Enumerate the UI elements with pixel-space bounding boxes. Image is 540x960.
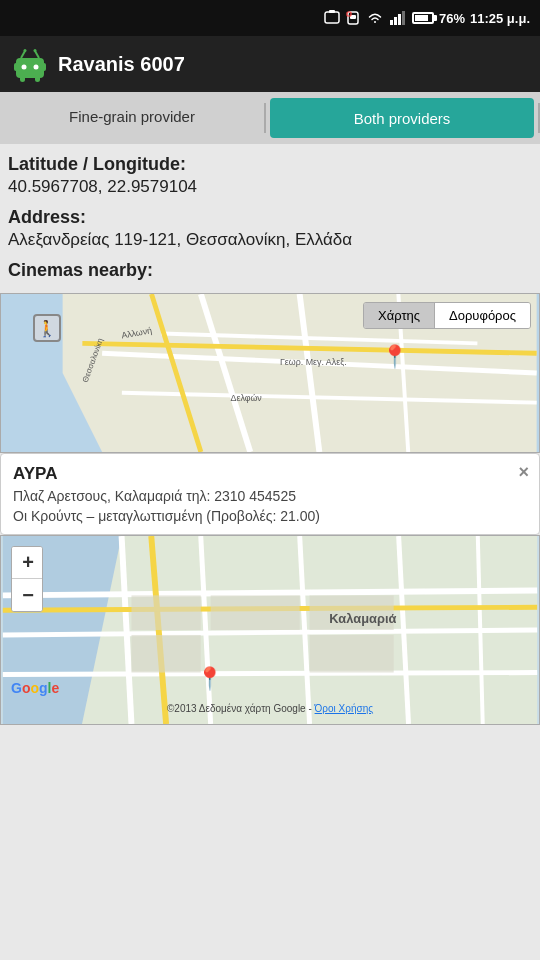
map-pin-2: 📍 xyxy=(196,666,223,692)
svg-point-11 xyxy=(34,65,39,70)
cinemas-label: Cinemas nearby: xyxy=(8,260,532,281)
svg-text:Δελφών: Δελφών xyxy=(231,393,263,403)
map-toggle[interactable]: Χάρτης Δορυφόρος xyxy=(363,302,531,329)
status-time: 11:25 μ.μ. xyxy=(470,11,530,26)
svg-rect-0 xyxy=(325,12,339,23)
screenshot-icon xyxy=(324,10,340,26)
lat-lng-label: Latitude / Longitude: xyxy=(8,154,532,175)
google-logo: Google xyxy=(11,680,59,696)
svg-rect-13 xyxy=(35,74,40,82)
app-icon xyxy=(12,46,48,82)
lat-lng-value: 40.5967708, 22.9579104 xyxy=(8,177,532,197)
svg-rect-9 xyxy=(16,58,44,78)
map-toggle-map[interactable]: Χάρτης xyxy=(364,303,435,328)
status-icons: 76% 11:25 μ.μ. xyxy=(324,10,530,26)
tab-bar: Fine-grain provider Both providers xyxy=(0,92,540,144)
tab-divider xyxy=(264,103,266,133)
cinema-name: ΑΥΡΑ xyxy=(13,464,507,484)
address-value: Αλεξανδρείας 119-121, Θεσσαλονίκη, Ελλάδ… xyxy=(8,230,532,250)
svg-text:Καλαμαριά: Καλαμαριά xyxy=(329,611,396,626)
content-area: Latitude / Longitude: 40.5967708, 22.957… xyxy=(0,144,540,293)
svg-point-10 xyxy=(22,65,27,70)
map-container-1[interactable]: Αλλωνή Θεσσαλονίκη Γεωρ. Μεγ. Αλεξ. Δελφ… xyxy=(0,293,540,453)
battery-percent: 76% xyxy=(439,11,465,26)
svg-point-19 xyxy=(34,49,37,52)
battery-icon xyxy=(412,12,434,24)
svg-rect-6 xyxy=(394,17,397,25)
svg-rect-47 xyxy=(131,595,200,630)
map-zoom-controls[interactable]: + − xyxy=(11,546,43,612)
svg-rect-14 xyxy=(14,63,18,71)
svg-rect-15 xyxy=(42,63,46,71)
signal-icon xyxy=(389,10,407,26)
zoom-in-button[interactable]: + xyxy=(12,547,43,579)
terms-link[interactable]: Όροι Χρήσης xyxy=(315,703,373,714)
status-bar: 76% 11:25 μ.μ. xyxy=(0,0,540,36)
tab-both-providers[interactable]: Both providers xyxy=(270,98,534,138)
svg-rect-51 xyxy=(310,635,394,673)
map-container-2[interactable]: Καλαμαριά + − 📍 Google ©2013 Δεδομένα χά… xyxy=(0,535,540,725)
map-svg-2: Καλαμαριά xyxy=(1,536,539,724)
svg-rect-7 xyxy=(398,14,401,25)
svg-rect-12 xyxy=(20,74,25,82)
app-bar: Ravanis 6007 xyxy=(0,36,540,92)
svg-rect-48 xyxy=(211,595,300,630)
svg-rect-49 xyxy=(131,635,200,673)
svg-rect-8 xyxy=(402,11,405,25)
cinema-movie: Οι Κρούντς – μεταγλωττισμένη (Προβολές: … xyxy=(13,508,507,524)
svg-line-17 xyxy=(35,51,39,58)
svg-line-16 xyxy=(21,51,25,58)
app-title: Ravanis 6007 xyxy=(58,53,185,76)
info-window-close[interactable]: × xyxy=(518,462,529,483)
tab-fine-grain[interactable]: Fine-grain provider xyxy=(0,92,264,144)
zoom-out-button[interactable]: − xyxy=(12,579,43,611)
info-window: ΑΥΡΑ Πλαζ Αρετσους, Καλαμαριά τηλ: 2310 … xyxy=(0,453,540,535)
map-person-icon: 🚶 xyxy=(33,314,61,342)
map-pin: 📍 xyxy=(381,344,408,370)
svg-rect-1 xyxy=(329,10,335,13)
svg-point-18 xyxy=(24,49,27,52)
cinema-address: Πλαζ Αρετσους, Καλαμαριά τηλ: 2310 45452… xyxy=(13,488,507,504)
svg-rect-5 xyxy=(390,20,393,25)
map-copyright: ©2013 Δεδομένα χάρτη Google - Όροι Χρήση… xyxy=(1,703,539,714)
address-label: Address: xyxy=(8,207,532,228)
map-toggle-satellite[interactable]: Δορυφόρος xyxy=(435,303,530,328)
svg-line-44 xyxy=(3,673,537,675)
sim-icon xyxy=(345,10,361,26)
wifi-icon xyxy=(366,10,384,26)
svg-text:Γεωρ. Μεγ. Αλεξ.: Γεωρ. Μεγ. Αλεξ. xyxy=(280,357,347,367)
